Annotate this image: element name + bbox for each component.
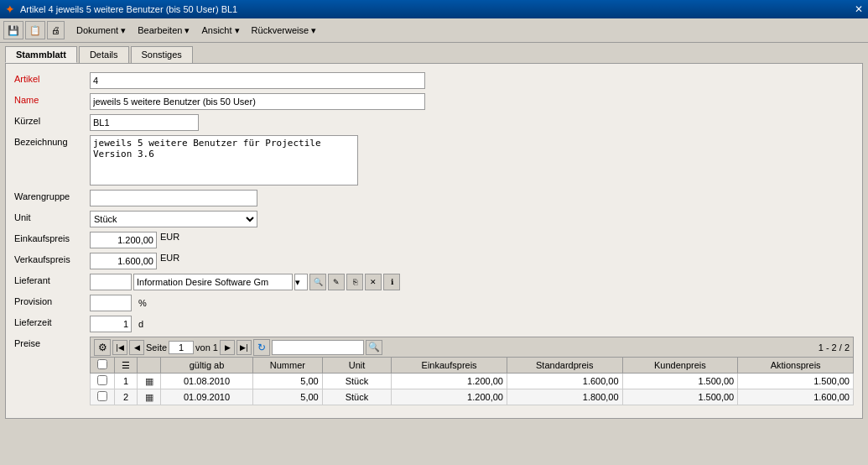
page-input[interactable] <box>169 341 194 354</box>
row-edit-icon-1[interactable]: ▦ <box>138 389 161 405</box>
th-standardpreis: Standardpreis <box>507 358 622 374</box>
th-gueltig-ab: gültig ab <box>160 358 252 374</box>
app-icon: ✦ <box>5 3 15 16</box>
bezeichnung-textarea[interactable]: jeweils 5 weitere Benutzer für Projectil… <box>90 135 358 185</box>
verkaufspreis-currency: EUR <box>160 253 179 263</box>
menu-rueckverweise[interactable]: Rückverweise ▾ <box>247 21 322 39</box>
row-date-0: 01.08.2010 <box>160 374 252 389</box>
unit-label: Unit <box>14 211 90 222</box>
grid-last-btn[interactable]: ▶| <box>236 340 252 355</box>
grid-first-btn[interactable]: |◀ <box>112 340 127 355</box>
row-aktion-0: 1.500,00 <box>738 374 854 389</box>
verkaufspreis-label: Verkaufspreis <box>14 253 90 264</box>
lieferzeit-input[interactable] <box>90 316 132 332</box>
close-icon[interactable]: ✕ <box>855 3 863 15</box>
grid-count: 1 - 2 / 2 <box>819 342 850 353</box>
lieferant-icon5-btn[interactable]: ℹ <box>383 274 400 290</box>
kuerzel-row: Kürzel <box>14 114 854 131</box>
toolbar-print-btn[interactable]: 🖨 <box>47 21 65 39</box>
tab-sonstiges[interactable]: Sonstiges <box>131 46 193 63</box>
toolbar-save-btn[interactable]: 💾 <box>3 21 23 39</box>
toolbar-copy-btn[interactable]: 📋 <box>25 21 45 39</box>
row-standard-1: 1.800,00 <box>507 389 622 405</box>
lieferant-icon1-btn[interactable]: 🔍 <box>309 274 326 290</box>
provision-input[interactable] <box>90 295 132 311</box>
lieferzeit-label: Lieferzeit <box>14 316 90 327</box>
lieferant-icon3-btn[interactable]: ⎘ <box>346 274 363 290</box>
row-checkbox-1[interactable] <box>97 391 107 401</box>
lieferant-row: Lieferant ▾ 🔍 ✎ ⎘ ✕ ℹ <box>14 274 854 290</box>
provision-row: Provision % <box>14 295 854 311</box>
einkaufspreis-label: Einkaufspreis <box>14 232 90 243</box>
verkaufspreis-input[interactable] <box>90 253 157 269</box>
row-edit-icon-0[interactable]: ▦ <box>138 374 161 389</box>
grid-next-btn[interactable]: ▶ <box>220 340 235 355</box>
th-icon <box>138 358 161 374</box>
window-title: Artikel 4 jeweils 5 weitere Benutzer (bi… <box>20 4 237 14</box>
bezeichnung-label: Bezeichnung <box>14 135 90 147</box>
table-row: 1 ▦ 01.08.2010 5,00 Stück 1.200,00 1.600… <box>91 374 854 389</box>
artikel-row: Artikel <box>14 72 854 89</box>
artikel-label: Artikel <box>14 72 90 84</box>
unit-select[interactable]: Stück <box>90 211 257 227</box>
page-label: Seite <box>146 342 167 353</box>
preise-label: Preise <box>14 337 90 348</box>
row-einkauf-1: 1.200,00 <box>392 389 507 405</box>
table-row: 2 ▦ 01.09.2010 5,00 Stück 1.200,00 1.800… <box>91 389 854 405</box>
th-aktionspreis: Aktionspreis <box>738 358 854 374</box>
grid-settings-btn[interactable]: ⚙ <box>94 339 111 356</box>
select-all-checkbox[interactable] <box>97 359 107 369</box>
row-num-0: 1 <box>114 374 138 389</box>
verkaufspreis-row: Verkaufspreis EUR <box>14 253 854 269</box>
row-nummer-0: 5,00 <box>253 374 323 389</box>
th-kundenpreis: Kundenpreis <box>622 358 738 374</box>
grid-search-btn[interactable]: 🔍 <box>366 340 382 355</box>
lieferant-icon4-btn[interactable]: ✕ <box>365 274 382 290</box>
grid-search-input[interactable] <box>272 340 364 355</box>
warengruppe-input[interactable] <box>90 190 257 206</box>
einkaufspreis-row: Einkaufspreis EUR <box>14 232 854 248</box>
row-nummer-1: 5,00 <box>253 389 323 405</box>
tab-stammblatt[interactable]: Stammblatt <box>5 46 77 63</box>
einkaufspreis-input[interactable] <box>90 232 157 248</box>
th-list: ☰ <box>114 358 138 374</box>
lieferant-icon2-btn[interactable]: ✎ <box>328 274 345 290</box>
unit-row: Unit Stück <box>14 211 854 227</box>
tab-bar: Stammblatt Details Sonstiges <box>0 43 868 63</box>
artikel-input[interactable] <box>90 72 425 89</box>
preise-section: Preise ⚙ |◀ ◀ Seite von 1 ▶ ▶| ↻ 🔍 1 - 2… <box>14 337 854 405</box>
of-label: von 1 <box>195 342 218 353</box>
menu-bearbeiten[interactable]: Bearbeiten ▾ <box>133 21 195 39</box>
warengruppe-row: Warengruppe <box>14 190 854 206</box>
main-toolbar: 💾 📋 🖨 Dokument ▾ Bearbeiten ▾ Ansicht ▾ … <box>0 18 868 43</box>
provision-label: Provision <box>14 295 90 306</box>
provision-unit: % <box>138 298 147 308</box>
row-date-1: 01.09.2010 <box>160 389 252 405</box>
name-input[interactable] <box>90 93 425 110</box>
lieferant-name-input[interactable] <box>133 274 293 290</box>
kuerzel-input[interactable] <box>90 114 199 131</box>
lieferant-dropdown[interactable]: ▾ <box>294 274 308 290</box>
lieferzeit-row: Lieferzeit d <box>14 316 854 332</box>
einkaufspreis-currency: EUR <box>160 232 179 242</box>
row-kunden-0: 1.500,00 <box>622 374 738 389</box>
row-unit-1: Stück <box>322 389 392 405</box>
name-label: Name <box>14 93 90 105</box>
grid-refresh-btn[interactable]: ↻ <box>253 339 270 356</box>
lieferant-num-input[interactable] <box>90 274 132 290</box>
th-unit: Unit <box>322 358 392 374</box>
row-num-1: 2 <box>114 389 138 405</box>
row-einkauf-0: 1.200,00 <box>392 374 507 389</box>
warengruppe-label: Warengruppe <box>14 190 90 201</box>
menu-ansicht[interactable]: Ansicht ▾ <box>196 21 244 39</box>
row-checkbox-0[interactable] <box>97 375 107 385</box>
tab-details[interactable]: Details <box>79 46 129 63</box>
th-einkaufspreis: Einkaufspreis <box>392 358 507 374</box>
grid-prev-btn[interactable]: ◀ <box>129 340 144 355</box>
preise-table: ☰ gültig ab Nummer Unit Einkaufspreis St… <box>90 357 854 405</box>
th-check <box>91 358 115 374</box>
th-nummer: Nummer <box>253 358 323 374</box>
menu-dokument[interactable]: Dokument ▾ <box>71 21 131 39</box>
row-kunden-1: 1.500,00 <box>622 389 738 405</box>
lieferzeit-unit: d <box>138 319 143 329</box>
